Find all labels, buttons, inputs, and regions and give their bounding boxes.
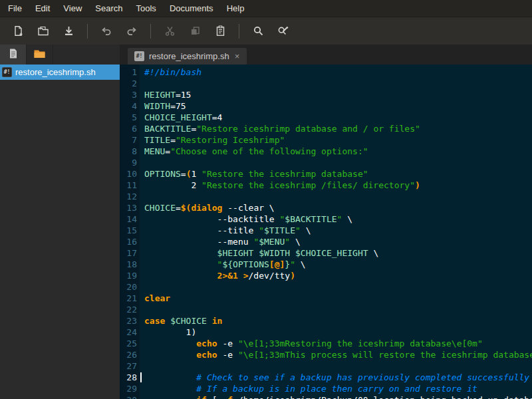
paste-clipboard-icon [215, 25, 226, 37]
document-icon [8, 48, 19, 61]
code-line: 19 2>&1 >/dev/tty) [120, 270, 532, 281]
paste-button[interactable] [207, 21, 233, 41]
text-cursor [140, 372, 142, 382]
gedit-window: File Edit View Search Tools Documents He… [0, 0, 532, 399]
toolbar-separator [150, 24, 151, 39]
code-line: 1#!/bin/bash [120, 66, 532, 78]
menu-documents[interactable]: Documents [163, 0, 220, 17]
code-line: 6BACKTITLE="Restore iceshrimp database a… [120, 123, 532, 134]
code-line: 9 [120, 157, 532, 168]
code-line: 30 if [ -f /home/iceshrimp/Backup/00-loc… [120, 394, 532, 399]
folder-icon [33, 49, 46, 61]
toolbar [0, 17, 532, 45]
menu-bar: File Edit View Search Tools Documents He… [0, 0, 532, 17]
code-line: 13CHOICE=$(dialog --clear \ [120, 202, 532, 213]
close-icon[interactable]: × [234, 52, 241, 61]
copy-icon [190, 25, 201, 37]
undo-icon [100, 26, 112, 37]
code-line: 16 --menu "$MENU" \ [120, 236, 532, 247]
file-list-item-selected[interactable]: #! restore_iceshrimp.sh [0, 65, 120, 80]
cut-button[interactable] [157, 21, 182, 41]
undo-button[interactable] [94, 21, 119, 41]
new-document-button[interactable] [5, 21, 31, 41]
menu-tools[interactable]: Tools [130, 0, 163, 17]
code-line: 14 --backtitle "$BACKTITLE" \ [120, 213, 532, 225]
code-line: 25 echo -e "\e[1;33mRestoring the iceshr… [120, 338, 532, 349]
main-content: #! restore_iceshrimp.sh #! restore_icesh… [0, 45, 532, 399]
code-line: 22 [120, 304, 532, 315]
find-replace-button[interactable] [271, 21, 296, 41]
code-line: 8MENU="Choose one of the following optio… [120, 146, 532, 157]
menu-file[interactable]: File [1, 0, 29, 17]
code-line: 4WIDTH=75 [120, 100, 532, 112]
shell-script-icon: #! [134, 51, 144, 61]
menu-view[interactable]: View [57, 0, 88, 17]
code-line: 3HEIGHT=15 [120, 89, 532, 100]
code-line: 27 [120, 360, 532, 372]
side-panel: #! restore_iceshrimp.sh [0, 45, 120, 399]
side-panel-tab-documents[interactable] [0, 45, 27, 65]
redo-button[interactable] [119, 21, 144, 41]
code-line: 15 --title "$TITLE" \ [120, 225, 532, 236]
open-button[interactable] [31, 21, 56, 41]
file-name-label: restore_iceshrimp.sh [15, 67, 96, 77]
document-tab-label: restore_iceshrimp.sh [149, 51, 229, 61]
code-line: 11 2 "Restore the iceshrimp /files/ dire… [120, 180, 532, 191]
code-line: 20 [120, 281, 532, 293]
shell-script-icon: #! [2, 67, 12, 77]
toolbar-separator [87, 24, 88, 39]
redo-icon [126, 26, 138, 37]
new-document-icon [13, 25, 24, 37]
code-lines: 1#!/bin/bash23HEIGHT=154WIDTH=755CHOICE_… [120, 66, 532, 399]
search-icon [253, 25, 264, 37]
search-replace-icon [277, 25, 289, 37]
code-line: 21clear [120, 293, 532, 304]
menu-search[interactable]: Search [88, 0, 129, 17]
editor-column: #! restore_iceshrimp.sh × 1#!/bin/bash23… [120, 45, 532, 399]
save-button[interactable] [56, 21, 81, 41]
code-line: 28 # Check to see if a backup has previo… [120, 372, 532, 383]
code-line: 5CHOICE_HEIGHT=4 [120, 112, 532, 123]
code-line: 29 # If a backup is in place then carry … [120, 383, 532, 394]
menu-edit[interactable]: Edit [29, 0, 57, 17]
code-line: 10OPTIONS=(1 "Restore the iceshrimp data… [120, 168, 532, 180]
code-line: 18 "${OPTIONS[@]}" \ [120, 259, 532, 270]
code-line: 24 1) [120, 327, 532, 338]
side-panel-tab-bar [0, 45, 120, 65]
file-list-empty-area [0, 80, 120, 399]
code-line: 2 [120, 78, 532, 89]
copy-button[interactable] [182, 21, 207, 41]
code-line: 23case $CHOICE in [120, 315, 532, 327]
menu-help[interactable]: Help [220, 0, 251, 17]
cut-scissors-icon [164, 25, 176, 37]
save-icon [63, 25, 74, 37]
code-line: 12 [120, 191, 532, 202]
code-editor[interactable]: 1#!/bin/bash23HEIGHT=154WIDTH=755CHOICE_… [120, 65, 532, 399]
document-tab-bar: #! restore_iceshrimp.sh × [120, 45, 532, 65]
code-line: 17 $HEIGHT $WIDTH $CHOICE_HEIGHT \ [120, 247, 532, 259]
side-panel-tab-file-browser[interactable] [27, 45, 53, 65]
document-tab[interactable]: #! restore_iceshrimp.sh × [128, 48, 247, 65]
code-line: 26 echo -e "\e[1;33mThis process will re… [120, 349, 532, 360]
open-folder-icon [37, 25, 49, 37]
code-line: 7TITLE="Restoring Iceshrimp" [120, 134, 532, 146]
toolbar-separator [239, 24, 239, 39]
find-button[interactable] [245, 21, 271, 41]
